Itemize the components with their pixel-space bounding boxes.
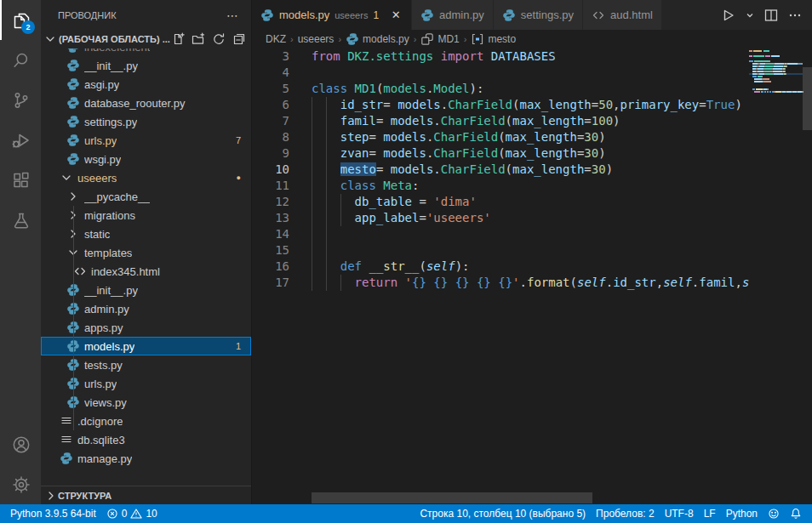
breadcrumb-mesto[interactable]: mesto — [471, 32, 516, 46]
tree-item-pycache[interactable]: __pycache__ — [41, 187, 251, 206]
line-number[interactable]: 6 — [252, 97, 312, 113]
status-notifications[interactable] — [785, 504, 807, 523]
code-token: . — [433, 114, 440, 128]
python-icon — [66, 77, 80, 91]
breadcrumb-md1[interactable]: MD1 — [420, 32, 459, 46]
run-dropdown-button[interactable] — [742, 8, 758, 23]
code-token: import — [441, 49, 484, 63]
line-number[interactable]: 8 — [252, 129, 312, 145]
tree-item-manage-py[interactable]: manage.py — [41, 449, 251, 468]
tab-models-py[interactable]: models.pyuseeers1✕ — [252, 0, 411, 30]
python-icon — [60, 452, 73, 465]
line-number[interactable]: 15 — [252, 242, 312, 259]
tree-item-label: indexelement — [84, 48, 150, 54]
line-number[interactable]: 10 — [252, 162, 312, 178]
line-number[interactable]: 5 — [252, 81, 312, 97]
code-token: class — [340, 179, 376, 192]
tree-item-asgi-py[interactable]: asgi.py — [41, 75, 251, 94]
line-number[interactable]: 17 — [252, 275, 312, 291]
breadcrumb-models-py[interactable]: models.py — [346, 32, 409, 46]
code-token: ( — [419, 259, 426, 273]
tree-item-label: models.py — [84, 340, 134, 353]
code-token: s — [742, 276, 749, 289]
collapse-all-icon[interactable] — [232, 32, 246, 46]
code-token: . — [606, 276, 613, 289]
activitybar-source-control[interactable] — [0, 80, 41, 120]
status-indentation[interactable]: Пробелов: 2 — [591, 504, 660, 523]
vertical-scrollbar[interactable] — [803, 67, 812, 130]
workspace-section-header[interactable]: (РАБОЧАЯ ОБЛАСТЬ) ... — [41, 30, 251, 48]
status-eol[interactable]: LF — [699, 504, 721, 523]
tree-item-db-sqlite3[interactable]: db.sqlite3 — [41, 430, 251, 449]
status-cursor-position-text: Строка 10, столбец 10 (выбрано 5) — [420, 508, 586, 520]
breadcrumb-useeers[interactable]: useeers — [298, 33, 335, 45]
split-editor-button[interactable] — [761, 5, 781, 26]
activitybar-extensions[interactable] — [0, 160, 41, 200]
new-folder-icon[interactable] — [192, 32, 205, 46]
code-token: return — [355, 276, 398, 289]
tree-item-label: apps.py — [84, 321, 123, 334]
code-line-content — [312, 65, 749, 81]
tab-admin-py[interactable]: admin.py — [412, 0, 493, 30]
tree-item-urls-py[interactable]: urls.py7 — [41, 131, 251, 150]
editor-group: models.pyuseeers1✕admin.pysettings.pyaud… — [251, 0, 812, 504]
line-number[interactable]: 9 — [252, 145, 312, 162]
breadcrumb-dkz[interactable]: DKZ — [266, 33, 286, 45]
new-file-icon[interactable] — [171, 32, 185, 46]
status-language-mode[interactable]: Python — [721, 504, 763, 523]
status-encoding-text: UTF-8 — [665, 508, 694, 520]
activitybar-run-and-debug[interactable] — [0, 120, 41, 160]
explorer-actions — [171, 32, 246, 46]
activitybar-testing[interactable] — [0, 200, 41, 240]
tree-item-wsgi-py[interactable]: wsgi.py — [41, 150, 251, 168]
tree-item-label: templates — [84, 247, 132, 259]
status-cursor-position[interactable]: Строка 10, столбец 10 (выбрано 5) — [415, 504, 591, 523]
tree-item-database-roouter-py[interactable]: database_roouter.py — [41, 94, 251, 112]
activitybar-explorer[interactable]: 2 — [0, 0, 41, 40]
line-number[interactable]: 14 — [252, 226, 312, 242]
status-feedback[interactable] — [763, 504, 785, 523]
outline-section-header[interactable]: СТРУКТУРА — [41, 486, 251, 504]
tree-item-settings-py[interactable]: settings.py — [41, 112, 251, 131]
html-icon — [73, 264, 87, 278]
code-line-17: 17 return '{} {} {} {} {}'.format(self.i… — [252, 275, 812, 291]
explorer-more-actions-icon[interactable]: ⋯ — [226, 9, 239, 22]
tree-item-useeers[interactable]: useeers● — [41, 168, 251, 187]
indent-guide — [326, 113, 327, 129]
tree-item-label: urls.py — [84, 378, 117, 390]
status-python-interpreter[interactable]: Python 3.9.5 64-bit — [5, 504, 101, 523]
code-token: ( — [506, 114, 512, 128]
activitybar-manage[interactable] — [0, 464, 41, 504]
code-token: max_length — [506, 146, 577, 160]
code-editor[interactable]: 3from DKZ.settings import DATABASES45cla… — [252, 48, 812, 504]
code-token: CharField — [433, 146, 498, 160]
code-token: = — [584, 114, 591, 128]
code-line-content: step= models.CharField(max_length=30) — [312, 129, 749, 145]
tree-item-init-py[interactable]: __init__.py — [41, 56, 251, 75]
line-number[interactable]: 16 — [252, 259, 312, 275]
status-problems[interactable]: 010 — [101, 504, 163, 523]
tab-settings-py[interactable]: settings.py — [494, 0, 582, 30]
close-icon[interactable]: ✕ — [389, 9, 403, 21]
line-number[interactable]: 13 — [252, 210, 312, 226]
line-number[interactable]: 3 — [252, 48, 312, 65]
horizontal-scrollbar[interactable] — [312, 492, 592, 503]
line-number[interactable]: 11 — [252, 178, 312, 194]
more-actions-button[interactable] — [785, 5, 805, 26]
status-encoding[interactable]: UTF-8 — [660, 504, 699, 523]
tree-item-indexelement[interactable]: indexelement — [41, 48, 251, 56]
minimap[interactable] — [749, 50, 803, 94]
explorer-header: ПРОВОДНИК ⋯ — [41, 0, 251, 30]
bell-icon — [790, 508, 802, 520]
line-number[interactable]: 7 — [252, 113, 312, 129]
line-number[interactable]: 12 — [252, 194, 312, 210]
run-python-file-button[interactable] — [717, 4, 739, 26]
activitybar-accounts[interactable] — [0, 424, 41, 464]
refresh-icon[interactable] — [212, 32, 226, 46]
breadcrumb-label: DKZ — [266, 33, 286, 45]
line-number[interactable]: 4 — [252, 65, 312, 81]
activitybar-search[interactable] — [0, 40, 41, 80]
tab-description: useeers — [335, 10, 368, 20]
breadcrumb-label: MD1 — [437, 33, 459, 45]
tab-aud-html[interactable]: aud.html — [583, 0, 661, 30]
